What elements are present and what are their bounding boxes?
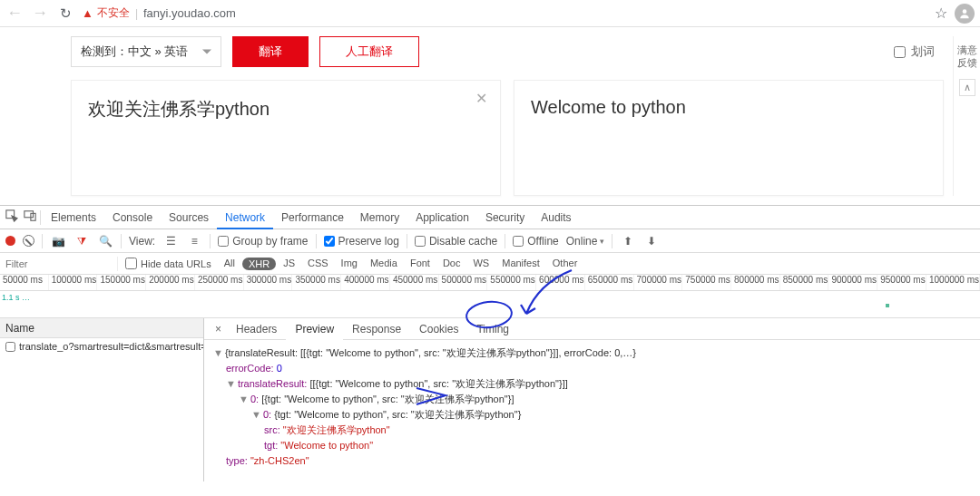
filter-chip-css[interactable]: CSS <box>302 258 334 270</box>
timeline-tick: 750000 ms <box>682 275 731 290</box>
filter-icon[interactable]: ⧩ <box>74 235 90 248</box>
detail-tab-response[interactable]: Response <box>343 318 410 340</box>
source-panel[interactable]: 欢迎关注佛系学python ✕ <box>71 80 501 196</box>
filter-chip-media[interactable]: Media <box>365 258 403 270</box>
upload-icon[interactable]: ⬆ <box>620 235 636 248</box>
human-translate-button[interactable]: 人工翻译 <box>319 36 419 67</box>
browser-toolbar: ← → ↻ ▲ 不安全 | fanyi.youdao.com ☆ <box>0 0 980 27</box>
devtools-tab-audits[interactable]: Audits <box>533 206 579 229</box>
devtools-tab-bar: ElementsConsoleSourcesNetworkPerformance… <box>0 206 980 229</box>
language-select-label: 检测到：中文 » 英语 <box>81 44 188 58</box>
filter-chip-js[interactable]: JS <box>278 258 300 270</box>
devtools-tab-sources[interactable]: Sources <box>161 206 217 229</box>
throttling-select[interactable]: Online <box>566 235 605 248</box>
request-detail: × HeadersPreviewResponseCookiesTiming ▼{… <box>204 318 980 481</box>
filter-chip-ws[interactable]: WS <box>467 258 495 270</box>
detail-tab-preview[interactable]: Preview <box>286 318 343 340</box>
collapse-sidebar-icon[interactable]: ∧ <box>959 79 975 96</box>
offline-toggle[interactable]: Offline <box>513 235 558 248</box>
filter-chip-img[interactable]: Img <box>336 258 363 270</box>
timeline-tick: 1000000 ms <box>926 275 980 290</box>
svg-rect-2 <box>24 211 34 218</box>
preview-content[interactable]: ▼{translateResult: [[{tgt: "Welcome to p… <box>204 340 980 481</box>
filter-chip-all[interactable]: All <box>219 258 240 270</box>
timeline-tick: 250000 ms <box>195 275 244 290</box>
devtools-tab-elements[interactable]: Elements <box>43 206 104 229</box>
request-row-label: translate_o?smartresult=dict&smartresult… <box>19 341 203 352</box>
request-row[interactable]: translate_o?smartresult=dict&smartresult… <box>0 338 203 355</box>
timeline-tick: 200000 ms <box>146 275 195 290</box>
camera-icon[interactable]: 📷 <box>50 235 66 248</box>
timeline-tick: 550000 ms <box>487 275 536 290</box>
filter-bar: Hide data URLs AllXHRJSCSSImgMediaFontDo… <box>0 253 980 275</box>
devtools-tab-performance[interactable]: Performance <box>273 206 352 229</box>
network-toolbar: 📷 ⧩ 🔍 View: ☰ ≡ Group by frame Preserve … <box>0 229 980 253</box>
target-panel: Welcome to python <box>514 80 944 196</box>
devtools-tab-security[interactable]: Security <box>477 206 533 229</box>
filter-chip-xhr[interactable]: XHR <box>242 258 276 270</box>
timeline-tick: 50000 ms <box>0 275 49 290</box>
clear-source-icon[interactable]: ✕ <box>475 90 487 107</box>
search-icon[interactable]: 🔍 <box>97 235 113 248</box>
device-toggle-icon[interactable] <box>22 209 38 225</box>
devtools-tab-memory[interactable]: Memory <box>352 206 407 229</box>
reload-button[interactable]: ↻ <box>56 5 74 22</box>
close-detail-icon[interactable]: × <box>210 323 227 336</box>
request-row-checkbox[interactable] <box>5 342 15 352</box>
devtools-tab-console[interactable]: Console <box>104 206 161 229</box>
insecure-label: 不安全 <box>97 5 130 21</box>
download-icon[interactable]: ⬇ <box>643 235 660 248</box>
record-button[interactable] <box>5 236 15 246</box>
devtools-tab-network[interactable]: Network <box>217 206 273 229</box>
timeline-tick: 600000 ms <box>536 275 585 290</box>
profile-avatar[interactable] <box>955 4 975 24</box>
translate-button[interactable]: 翻译 <box>232 36 309 67</box>
filter-chip-doc[interactable]: Doc <box>437 258 466 270</box>
huaci-toggle[interactable]: 划词 <box>894 44 935 60</box>
timeline-tick: 350000 ms <box>292 275 341 290</box>
language-select[interactable]: 检测到：中文 » 英语 <box>71 36 221 67</box>
filter-chip-font[interactable]: Font <box>405 258 436 270</box>
detail-tab-timing[interactable]: Timing <box>467 318 518 340</box>
timeline-header: 50000 ms100000 ms150000 ms200000 ms25000… <box>0 275 980 291</box>
panels-row: 欢迎关注佛系学python ✕ Welcome to python <box>71 80 944 196</box>
group-by-frame-toggle[interactable]: Group by frame <box>218 235 308 248</box>
timeline-tick: 300000 ms <box>244 275 293 290</box>
back-button[interactable]: ← <box>5 4 24 23</box>
request-list: Name translate_o?smartresult=dict&smartr… <box>0 318 204 481</box>
feedback-sidebar: 满意 反馈 ∧ <box>953 36 980 196</box>
timeline-tick: 850000 ms <box>780 275 829 290</box>
address-bar[interactable]: ▲ 不安全 | fanyi.youdao.com <box>82 5 927 21</box>
hide-data-urls-toggle[interactable]: Hide data URLs <box>125 258 211 269</box>
filter-input[interactable] <box>0 257 118 271</box>
request-list-header[interactable]: Name <box>0 318 203 338</box>
warning-icon: ▲ <box>82 6 93 20</box>
devtools-tab-application[interactable]: Application <box>407 206 477 229</box>
page-content: 检测到：中文 » 英语 翻译 人工翻译 划词 欢迎关注佛系学python ✕ W… <box>0 27 980 205</box>
detail-tab-headers[interactable]: Headers <box>227 318 286 340</box>
large-rows-icon[interactable]: ☰ <box>162 235 179 248</box>
view-label: View: <box>129 235 155 248</box>
devtools-panel: ElementsConsoleSourcesNetworkPerformance… <box>0 205 980 481</box>
huaci-checkbox[interactable] <box>894 46 906 58</box>
controls-row: 检测到：中文 » 英语 翻译 人工翻译 划词 <box>71 36 944 67</box>
clear-button[interactable] <box>23 235 34 247</box>
filter-chip-other[interactable]: Other <box>547 258 583 270</box>
timeline-body[interactable]: 1.1 s … <box>0 291 980 318</box>
feedback-label[interactable]: 满意 反馈 <box>957 44 977 70</box>
timeline-tick: 100000 ms <box>49 275 98 290</box>
filter-chip-manifest[interactable]: Manifest <box>496 258 545 270</box>
detail-tab-cookies[interactable]: Cookies <box>410 318 467 340</box>
inspect-icon[interactable] <box>4 209 20 225</box>
bookmark-star-icon[interactable]: ☆ <box>935 5 947 22</box>
waterfall-icon[interactable]: ≡ <box>186 235 202 248</box>
timeline-tick: 500000 ms <box>439 275 488 290</box>
preserve-log-toggle[interactable]: Preserve log <box>324 235 399 248</box>
timeline-tick: 400000 ms <box>341 275 390 290</box>
svg-point-0 <box>963 9 967 14</box>
timeline-tick: 950000 ms <box>877 275 926 290</box>
disable-cache-toggle[interactable]: Disable cache <box>415 235 497 248</box>
timeline-tick: 900000 ms <box>828 275 877 290</box>
timeline-tick: 150000 ms <box>97 275 146 290</box>
forward-button[interactable]: → <box>31 4 49 23</box>
